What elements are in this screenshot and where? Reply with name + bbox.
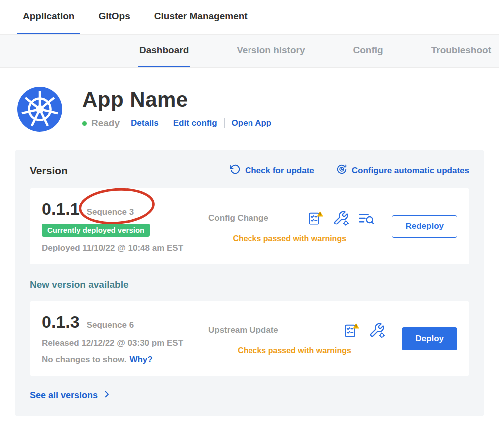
tab-config[interactable]: Config xyxy=(352,35,384,67)
available-version-card: 0.1.3 Sequence 6 Released 12/12/22 @ 03:… xyxy=(30,301,469,376)
tab-dashboard[interactable]: Dashboard xyxy=(138,35,190,67)
tab-troubleshoot[interactable]: Troubleshoot xyxy=(430,35,492,67)
refresh-icon xyxy=(230,164,245,177)
wrench-gear-icon[interactable] xyxy=(333,210,349,226)
page-title: App Name xyxy=(82,88,271,112)
checklist-warning-icon[interactable] xyxy=(344,322,360,338)
available-version-number: 0.1.3 xyxy=(42,312,80,332)
deploy-button[interactable]: Deploy xyxy=(402,327,457,350)
checks-warning-text: Checks passed with warnings xyxy=(199,346,390,355)
details-link[interactable]: Details xyxy=(131,118,159,128)
current-version-sequence: Sequence 3 xyxy=(87,207,134,217)
tab-application[interactable]: Application xyxy=(17,0,80,34)
top-nav: Application GitOps Cluster Management xyxy=(0,0,499,35)
kubernetes-logo-icon xyxy=(17,87,62,132)
version-source-label: Upstream Update xyxy=(208,325,278,335)
chevron-right-icon xyxy=(98,390,111,401)
configure-automatic-updates-label: Configure automatic updates xyxy=(352,166,469,176)
checks-warning-text: Checks passed with warnings xyxy=(199,234,380,243)
wrench-gear-icon[interactable] xyxy=(369,322,385,338)
configure-automatic-updates-button[interactable]: Configure automatic updates xyxy=(336,164,469,177)
deployed-badge: Currently deployed version xyxy=(42,224,150,237)
see-all-versions-label: See all versions xyxy=(30,390,98,401)
current-version-number: 0.1.1 xyxy=(42,199,80,219)
check-for-update-button[interactable]: Check for update xyxy=(230,164,314,177)
divider xyxy=(166,118,166,128)
checklist-warning-icon[interactable] xyxy=(308,210,324,226)
version-panel-title: Version xyxy=(30,165,208,177)
scheduled-update-icon xyxy=(336,164,352,177)
available-version-sequence: Sequence 6 xyxy=(87,320,134,330)
no-changes-text: No changes to show. xyxy=(42,355,126,364)
tab-gitops[interactable]: GitOps xyxy=(92,0,136,34)
tab-version-history[interactable]: Version history xyxy=(236,35,306,67)
app-header: App Name Ready Details Edit config Open … xyxy=(0,68,499,132)
list-search-icon[interactable] xyxy=(358,210,375,226)
deployed-timestamp: Deployed 11/10/22 @ 10:48 am EST xyxy=(42,243,199,253)
why-link[interactable]: Why? xyxy=(129,355,152,364)
tab-cluster-management[interactable]: Cluster Management xyxy=(148,0,253,34)
open-app-link[interactable]: Open App xyxy=(232,118,272,128)
version-panel: Version Check for update Confi xyxy=(15,150,484,416)
app-sub-nav: Dashboard Version history Config Trouble… xyxy=(0,35,499,68)
released-timestamp: Released 12/12/22 @ 03:30 pm EST xyxy=(42,338,199,348)
redeploy-button[interactable]: Redeploy xyxy=(392,215,457,238)
divider xyxy=(224,118,225,128)
edit-config-link[interactable]: Edit config xyxy=(173,118,217,128)
see-all-versions-link[interactable]: See all versions xyxy=(30,390,111,401)
check-for-update-label: Check for update xyxy=(245,166,314,176)
version-source-label: Config Change xyxy=(208,213,268,223)
status-dot-icon xyxy=(82,121,87,126)
status-badge: Ready xyxy=(91,118,120,129)
current-version-card: 0.1.1 Sequence 3 Currently deployed vers… xyxy=(30,188,469,264)
new-version-available-label: New version available xyxy=(30,279,469,290)
